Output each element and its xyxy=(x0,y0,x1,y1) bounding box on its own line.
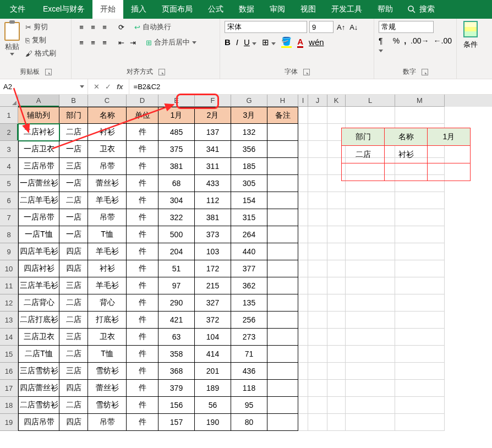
cell[interactable] xyxy=(346,312,395,329)
underline-button[interactable]: U xyxy=(244,37,256,47)
row-header[interactable]: 13 xyxy=(0,312,18,329)
cell[interactable]: 吊带 xyxy=(88,158,127,175)
cell[interactable]: 322 xyxy=(158,209,195,226)
col-header-l[interactable]: L xyxy=(346,95,395,107)
cell[interactable]: 95 xyxy=(231,397,267,414)
border-button[interactable]: ⊞ xyxy=(262,37,276,47)
copy-button[interactable]: ⎘复制 xyxy=(23,34,58,46)
tab-home[interactable]: 开始 xyxy=(92,0,123,19)
cell[interactable]: 一店 xyxy=(59,209,88,226)
cell[interactable] xyxy=(395,277,445,294)
cell[interactable] xyxy=(298,397,308,414)
cell[interactable] xyxy=(308,346,327,363)
cell[interactable]: 件 xyxy=(127,397,158,414)
cell[interactable]: 358 xyxy=(158,346,195,363)
paste-button[interactable]: 粘贴 xyxy=(4,21,20,56)
col-header-e[interactable]: E xyxy=(158,95,195,107)
cell[interactable]: 四店衬衫 xyxy=(18,260,59,277)
cell[interactable] xyxy=(346,226,395,243)
cell[interactable]: 吊带 xyxy=(88,209,127,226)
cell[interactable] xyxy=(395,380,445,397)
font-size-select[interactable] xyxy=(309,21,334,33)
cell[interactable] xyxy=(346,243,395,260)
col-header-f[interactable]: F xyxy=(195,95,231,107)
cell[interactable]: 154 xyxy=(231,192,267,209)
percent-button[interactable]: % xyxy=(393,36,400,54)
cell[interactable] xyxy=(346,414,395,431)
cell[interactable] xyxy=(327,260,346,277)
cell[interactable] xyxy=(346,363,395,380)
tab-developer[interactable]: 开发工具 xyxy=(324,0,370,19)
cell[interactable]: 290 xyxy=(158,294,195,312)
cell[interactable] xyxy=(298,414,308,431)
cell[interactable] xyxy=(346,380,395,397)
cell[interactable]: 雪纺衫 xyxy=(88,397,127,414)
cell[interactable] xyxy=(298,158,308,175)
cell[interactable]: 衬衫 xyxy=(88,260,127,277)
cell[interactable] xyxy=(308,158,327,175)
row-header[interactable]: 18 xyxy=(0,397,18,414)
cell[interactable] xyxy=(327,414,346,431)
cell[interactable] xyxy=(308,312,327,329)
cell[interactable]: 97 xyxy=(158,277,195,294)
font-dialog-launcher[interactable] xyxy=(303,69,310,75)
cell[interactable] xyxy=(308,260,327,277)
row-header[interactable]: 9 xyxy=(0,243,18,260)
cell[interactable] xyxy=(308,243,327,260)
cell[interactable] xyxy=(308,107,327,124)
cell[interactable]: 305 xyxy=(231,175,267,192)
cell[interactable]: 51 xyxy=(158,260,195,277)
cell[interactable]: 件 xyxy=(127,158,158,175)
cell[interactable] xyxy=(346,329,395,346)
cell[interactable]: 卫衣 xyxy=(88,141,127,158)
increase-font-button[interactable]: A↑ xyxy=(336,23,346,31)
cell[interactable]: 件 xyxy=(127,329,158,346)
cell[interactable]: 部门 xyxy=(59,107,88,124)
cell[interactable]: 羊毛衫 xyxy=(88,192,127,209)
cell[interactable] xyxy=(327,158,346,175)
formula-input[interactable] xyxy=(129,79,492,94)
cell[interactable] xyxy=(346,107,395,124)
cell[interactable]: 二店 xyxy=(59,192,88,209)
cell[interactable]: 件 xyxy=(127,192,158,209)
cell[interactable] xyxy=(346,158,395,175)
cell[interactable] xyxy=(327,380,346,397)
cell[interactable]: 157 xyxy=(158,414,195,431)
cell[interactable] xyxy=(298,363,308,380)
tab-file[interactable]: 文件 xyxy=(0,0,35,19)
cell[interactable]: 辅助列 xyxy=(18,107,59,124)
cell[interactable]: 379 xyxy=(158,380,195,397)
cell[interactable] xyxy=(298,124,308,141)
cell[interactable] xyxy=(298,209,308,226)
cell[interactable] xyxy=(395,397,445,414)
tab-help[interactable]: 帮助 xyxy=(370,0,401,19)
cell[interactable]: 2月 xyxy=(195,107,231,124)
cell[interactable] xyxy=(308,124,327,141)
cell[interactable] xyxy=(327,346,346,363)
cell[interactable] xyxy=(267,346,298,363)
cell[interactable]: 吊带 xyxy=(88,414,127,431)
alignment-dialog-launcher[interactable] xyxy=(158,69,165,75)
cell[interactable] xyxy=(267,329,298,346)
cell[interactable]: 卫衣 xyxy=(88,329,127,346)
cell[interactable] xyxy=(346,141,395,158)
cell[interactable]: 256 xyxy=(231,312,267,329)
cell[interactable] xyxy=(346,277,395,294)
cell[interactable]: 1月 xyxy=(158,107,195,124)
cell[interactable]: 264 xyxy=(231,226,267,243)
cell[interactable] xyxy=(327,124,346,141)
tab-data[interactable]: 数据 xyxy=(231,0,262,19)
cut-button[interactable]: ✂剪切 xyxy=(23,21,58,33)
cell[interactable]: 372 xyxy=(195,312,231,329)
cell[interactable]: 80 xyxy=(231,414,267,431)
comma-button[interactable]: , xyxy=(404,36,406,54)
cell[interactable]: 羊毛衫 xyxy=(88,277,127,294)
cell[interactable] xyxy=(346,192,395,209)
col-header-g[interactable]: G xyxy=(231,95,267,107)
cell[interactable] xyxy=(395,260,445,277)
cell[interactable]: 63 xyxy=(158,329,195,346)
fx-icon[interactable]: fx xyxy=(117,83,123,91)
cell[interactable] xyxy=(298,226,308,243)
tab-view[interactable]: 视图 xyxy=(293,0,324,19)
cell[interactable]: 一店卫衣 xyxy=(18,141,59,158)
